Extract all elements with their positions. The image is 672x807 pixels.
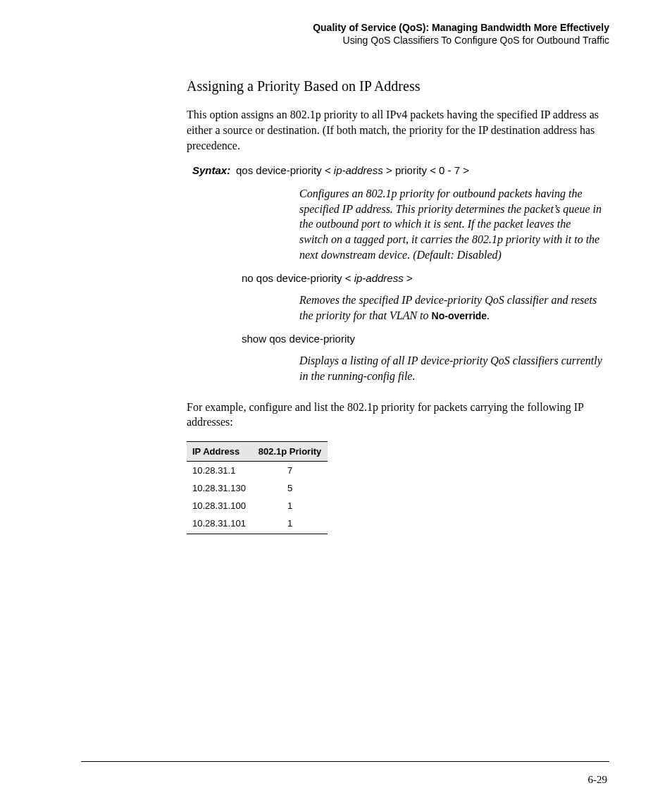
no-cmd-pre: no qos device-priority < — [242, 272, 354, 284]
cell-ip: 10.28.31.101 — [187, 515, 252, 534]
cell-ip: 10.28.31.100 — [187, 497, 252, 515]
header-subtitle: Using QoS Classifiers To Configure QoS f… — [187, 34, 609, 47]
priority-table-wrap: IP Address 802.1p Priority 10.28.31.1 7 … — [187, 441, 328, 534]
intro-paragraph: This option assigns an 802.1p priority t… — [187, 107, 609, 153]
syntax-description-2: Removes the specified IP device-priority… — [299, 292, 602, 323]
page-content: Quality of Service (QoS): Managing Bandw… — [81, 21, 609, 534]
desc2-bold: No-override — [432, 310, 487, 321]
header-title: Quality of Service (QoS): Managing Bandw… — [187, 21, 609, 34]
show-command: show qos device-priority — [242, 333, 609, 345]
th-priority: 802.1p Priority — [252, 441, 328, 461]
syntax-cmd-param: ip-address — [334, 164, 383, 176]
running-header: Quality of Service (QoS): Managing Bandw… — [187, 21, 609, 47]
table-row: 10.28.31.101 1 — [187, 515, 328, 534]
desc2-b: . — [487, 309, 490, 321]
content-column: Quality of Service (QoS): Managing Bandw… — [187, 21, 609, 534]
cell-ip: 10.28.31.1 — [187, 461, 252, 479]
example-paragraph: For example, configure and list the 802.… — [187, 400, 609, 430]
section-heading: Assigning a Priority Based on IP Address — [187, 78, 609, 94]
footer-rule — [81, 761, 609, 762]
cell-priority: 1 — [252, 515, 328, 534]
syntax-label: Syntax: — [192, 164, 236, 176]
page-number: 6-29 — [588, 774, 608, 786]
no-cmd-post: > — [404, 272, 413, 284]
syntax-description-1: Configures an 802.1p priority for outbou… — [299, 186, 602, 262]
syntax-row: Syntax: qos device-priority < ip-address… — [192, 164, 609, 176]
cell-priority: 7 — [252, 461, 328, 479]
priority-table: IP Address 802.1p Priority 10.28.31.1 7 … — [187, 441, 328, 534]
th-ip: IP Address — [187, 441, 252, 461]
cell-priority: 1 — [252, 497, 328, 515]
table-row: 10.28.31.100 1 — [187, 497, 328, 515]
syntax-description-3: Displays a listing of all IP device-prio… — [299, 353, 602, 383]
table-row: 10.28.31.130 5 — [187, 479, 328, 497]
table-row: 10.28.31.1 7 — [187, 461, 328, 479]
no-command: no qos device-priority < ip-address > — [242, 272, 609, 284]
no-cmd-param: ip-address — [354, 272, 404, 284]
cell-ip: 10.28.31.130 — [187, 479, 252, 497]
syntax-command: qos device-priority < ip-address > prior… — [236, 164, 469, 176]
syntax-cmd-pre: qos device-priority < — [236, 164, 334, 176]
syntax-cmd-mid: > priority < 0 - 7 > — [383, 164, 469, 176]
cell-priority: 5 — [252, 479, 328, 497]
table-header-row: IP Address 802.1p Priority — [187, 441, 328, 461]
